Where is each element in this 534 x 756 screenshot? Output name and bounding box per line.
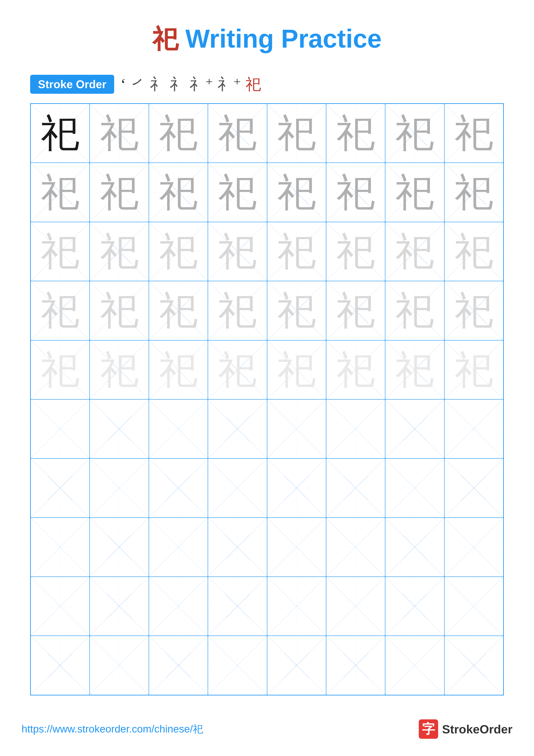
grid-cell-empty[interactable] xyxy=(31,399,89,458)
stroke-step-6: 礻⁺ xyxy=(217,74,241,94)
grid-cell-empty[interactable] xyxy=(31,577,89,636)
grid-cell[interactable]: 祀 xyxy=(149,163,208,222)
grid-cell[interactable]: 祀 xyxy=(267,281,326,340)
grid-cell-empty[interactable] xyxy=(208,577,267,636)
grid-cell[interactable]: 祀 xyxy=(31,281,89,340)
grid-cell-empty[interactable] xyxy=(267,399,326,458)
grid-cell[interactable]: 祀 xyxy=(385,104,444,163)
grid-cell-empty[interactable] xyxy=(149,636,208,695)
grid-cell-empty[interactable] xyxy=(149,577,208,636)
grid-cell[interactable]: 祀 xyxy=(89,340,149,399)
grid-cell-empty[interactable] xyxy=(385,636,444,695)
grid-cell[interactable]: 祀 xyxy=(31,163,89,222)
grid-cell-empty[interactable] xyxy=(208,518,267,577)
footer-url[interactable]: https://www.strokeorder.com/chinese/祀 xyxy=(21,722,203,736)
grid-cell-empty[interactable] xyxy=(149,399,208,458)
practice-char: 祀 xyxy=(41,114,80,152)
grid-cell[interactable]: 祀 xyxy=(267,163,326,222)
grid-cell[interactable]: 祀 xyxy=(208,222,267,281)
grid-cell-empty[interactable] xyxy=(445,577,503,636)
grid-cell[interactable]: 祀 xyxy=(89,104,149,163)
practice-char: 祀 xyxy=(159,291,198,330)
grid-cell[interactable]: 祀 xyxy=(445,222,503,281)
grid-cell[interactable]: 祀 xyxy=(326,281,385,340)
grid-cell-empty[interactable] xyxy=(445,518,503,577)
grid-cell-empty[interactable] xyxy=(89,518,149,577)
practice-char: 祀 xyxy=(218,232,257,271)
grid-cell-empty[interactable] xyxy=(31,636,89,695)
practice-char: 祀 xyxy=(277,350,316,389)
grid-cell-empty[interactable] xyxy=(89,399,149,458)
grid-cell-empty[interactable] xyxy=(267,458,326,517)
grid-cell[interactable]: 祀 xyxy=(31,104,89,163)
stroke-order-row: Stroke Order ‘ ㇒ 礻 礻 礻⁺ 礻⁺ 祀 xyxy=(30,74,517,94)
grid-cell[interactable]: 祀 xyxy=(89,163,149,222)
grid-cell[interactable]: 祀 xyxy=(31,340,89,399)
grid-cell-empty[interactable] xyxy=(208,636,267,695)
grid-cell[interactable]: 祀 xyxy=(445,281,503,340)
grid-cell[interactable]: 祀 xyxy=(385,222,444,281)
grid-cell-empty[interactable] xyxy=(385,518,444,577)
grid-cell[interactable]: 祀 xyxy=(326,104,385,163)
grid-cell-empty[interactable] xyxy=(326,518,385,577)
grid-cell[interactable]: 祀 xyxy=(445,163,503,222)
practice-char: 祀 xyxy=(336,173,375,212)
grid-cell-empty[interactable] xyxy=(267,577,326,636)
grid-cell[interactable]: 祀 xyxy=(89,281,149,340)
grid-cell[interactable]: 祀 xyxy=(445,340,503,399)
grid-cell-empty[interactable] xyxy=(89,458,149,517)
grid-cell-empty[interactable] xyxy=(208,458,267,517)
title-char: 祀 xyxy=(152,24,178,53)
grid-cell[interactable]: 祀 xyxy=(385,340,444,399)
grid-cell[interactable]: 祀 xyxy=(89,222,149,281)
grid-cell[interactable]: 祀 xyxy=(385,281,444,340)
title-text: Writing Practice xyxy=(178,24,382,53)
practice-char: 祀 xyxy=(41,232,80,271)
grid-cell-empty[interactable] xyxy=(385,458,444,517)
grid-cell-empty[interactable] xyxy=(326,636,385,695)
grid-cell[interactable]: 祀 xyxy=(326,222,385,281)
grid-cell[interactable]: 祀 xyxy=(208,281,267,340)
grid-cell[interactable]: 祀 xyxy=(267,340,326,399)
grid-cell[interactable]: 祀 xyxy=(326,163,385,222)
grid-cell-empty[interactable] xyxy=(326,458,385,517)
grid-cell-empty[interactable] xyxy=(385,577,444,636)
grid-cell-empty[interactable] xyxy=(89,636,149,695)
grid-cell-empty[interactable] xyxy=(326,577,385,636)
practice-char: 祀 xyxy=(454,114,493,152)
practice-char: 祀 xyxy=(336,291,375,330)
grid-cell[interactable]: 祀 xyxy=(208,163,267,222)
grid-cell-empty[interactable] xyxy=(149,458,208,517)
grid-cell[interactable]: 祀 xyxy=(208,340,267,399)
stroke-step-3: 礻 xyxy=(150,74,165,94)
grid-cell-empty[interactable] xyxy=(89,577,149,636)
grid-cell-empty[interactable] xyxy=(326,399,385,458)
stroke-step-4: 礻 xyxy=(170,74,185,94)
stroke-step-2: ㇒ xyxy=(130,74,146,94)
grid-cell-empty[interactable] xyxy=(445,636,503,695)
grid-cell-empty[interactable] xyxy=(445,458,503,517)
grid-cell[interactable]: 祀 xyxy=(267,104,326,163)
grid-cell[interactable]: 祀 xyxy=(445,104,503,163)
grid-cell[interactable]: 祀 xyxy=(208,104,267,163)
grid-cell-empty[interactable] xyxy=(149,518,208,577)
brand-icon: 字 xyxy=(419,719,438,739)
grid-cell-empty[interactable] xyxy=(267,636,326,695)
grid-cell-empty[interactable] xyxy=(31,518,89,577)
grid-cell[interactable]: 祀 xyxy=(149,281,208,340)
practice-char: 祀 xyxy=(41,291,80,330)
grid-cell-empty[interactable] xyxy=(31,458,89,517)
grid-cell-empty[interactable] xyxy=(208,399,267,458)
stroke-step-1: ‘ xyxy=(121,75,126,93)
grid-cell-empty[interactable] xyxy=(385,399,444,458)
stroke-step-7: 祀 xyxy=(245,74,261,94)
grid-cell-empty[interactable] xyxy=(445,399,503,458)
grid-cell[interactable]: 祀 xyxy=(149,104,208,163)
grid-cell[interactable]: 祀 xyxy=(149,222,208,281)
grid-cell[interactable]: 祀 xyxy=(267,222,326,281)
grid-cell[interactable]: 祀 xyxy=(385,163,444,222)
grid-cell[interactable]: 祀 xyxy=(149,340,208,399)
grid-cell-empty[interactable] xyxy=(267,518,326,577)
grid-cell[interactable]: 祀 xyxy=(31,222,89,281)
grid-cell[interactable]: 祀 xyxy=(326,340,385,399)
